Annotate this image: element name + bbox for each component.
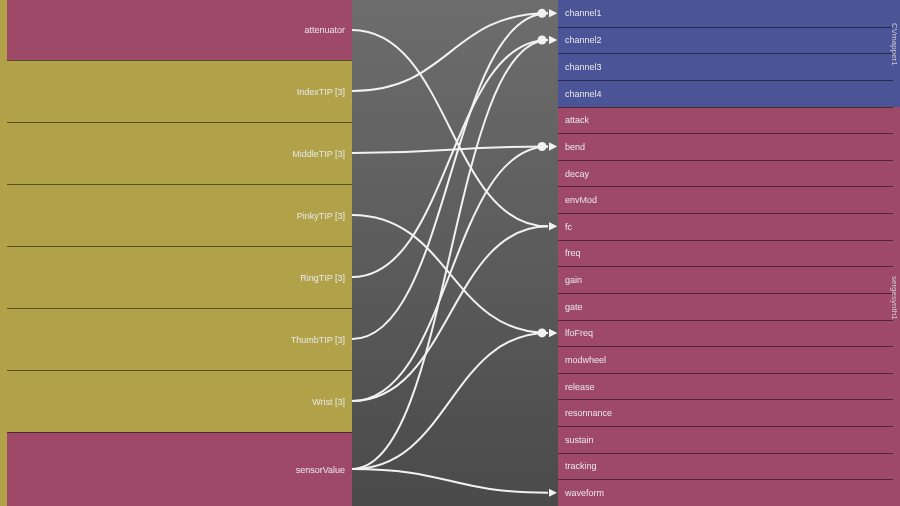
- source-row-label: sensorValue: [296, 465, 345, 475]
- connection-path[interactable]: [352, 13, 548, 339]
- target-row[interactable]: sustain: [558, 426, 893, 453]
- source-row-label: Wrist [3]: [312, 397, 345, 407]
- connection-arrowhead: [549, 142, 557, 150]
- source-row-label: IndexTIP [3]: [297, 87, 345, 97]
- target-row-label: lfoFreq: [565, 328, 593, 338]
- source-column: attenuatorIndexTIP [3]MiddleTIP [3]Pinky…: [0, 0, 352, 506]
- target-row-label: sustain: [565, 435, 594, 445]
- source-row[interactable]: IndexTIP [3]: [7, 60, 352, 122]
- source-rows: attenuatorIndexTIP [3]MiddleTIP [3]Pinky…: [7, 0, 352, 506]
- connection-arrowhead: [549, 329, 557, 337]
- target-row[interactable]: attack: [558, 107, 893, 134]
- source-row-label: MiddleTIP [3]: [292, 149, 345, 159]
- connection-arrowhead: [549, 222, 557, 230]
- target-row[interactable]: channel3: [558, 53, 893, 80]
- connection-dot: [538, 35, 547, 44]
- target-rows: channel1channel2channel3channel4attackbe…: [558, 0, 893, 506]
- connection-dot: [538, 9, 547, 18]
- target-edge-stripe: [893, 0, 900, 506]
- target-row[interactable]: bend: [558, 133, 893, 160]
- target-row[interactable]: modwheel: [558, 346, 893, 373]
- source-row[interactable]: RingTIP [3]: [7, 246, 352, 308]
- target-row-label: gain: [565, 275, 582, 285]
- source-edge-stripe: [0, 0, 7, 506]
- target-row-label: channel4: [565, 89, 602, 99]
- target-row[interactable]: channel1: [558, 0, 893, 27]
- target-row-label: gate: [565, 302, 583, 312]
- connection-arrowhead: [549, 329, 557, 337]
- target-row-label: modwheel: [565, 355, 606, 365]
- target-row[interactable]: freq: [558, 240, 893, 267]
- connection-arrowhead: [549, 222, 557, 230]
- connection-arrowhead: [549, 9, 557, 17]
- connection-path[interactable]: [352, 146, 548, 153]
- target-row[interactable]: gain: [558, 266, 893, 293]
- target-row-label: freq: [565, 248, 581, 258]
- target-row[interactable]: gate: [558, 293, 893, 320]
- source-row[interactable]: PinkyTIP [3]: [7, 184, 352, 246]
- target-row-label: decay: [565, 169, 589, 179]
- target-row-label: channel2: [565, 35, 602, 45]
- target-row[interactable]: fc: [558, 213, 893, 240]
- connection-arrowhead: [549, 142, 557, 150]
- source-row[interactable]: sensorValue: [7, 432, 352, 506]
- source-row[interactable]: ThumbTIP [3]: [7, 308, 352, 370]
- connection-path[interactable]: [352, 13, 548, 91]
- source-row-label: attenuator: [304, 25, 345, 35]
- target-row[interactable]: tracking: [558, 453, 893, 480]
- connection-arrowhead: [549, 489, 557, 497]
- target-row[interactable]: channel4: [558, 80, 893, 107]
- target-row[interactable]: decay: [558, 160, 893, 187]
- target-row[interactable]: resonnance: [558, 399, 893, 426]
- connection-path[interactable]: [352, 226, 548, 401]
- target-row[interactable]: release: [558, 373, 893, 400]
- connection-path[interactable]: [352, 146, 548, 401]
- target-row-label: release: [565, 382, 595, 392]
- connection-path[interactable]: [352, 40, 548, 469]
- target-group-stripe: [893, 0, 900, 107]
- connection-path[interactable]: [352, 215, 548, 333]
- target-row-label: attack: [565, 115, 589, 125]
- target-row-label: channel3: [565, 62, 602, 72]
- target-row[interactable]: channel2: [558, 27, 893, 54]
- source-row[interactable]: attenuator: [7, 0, 352, 60]
- connection-dot: [538, 328, 547, 337]
- connection-path[interactable]: [352, 333, 548, 469]
- target-column: channel1channel2channel3channel4attackbe…: [558, 0, 900, 506]
- connection-arrowhead: [549, 36, 557, 44]
- target-row[interactable]: waveform: [558, 479, 893, 506]
- connection-arrowhead: [549, 36, 557, 44]
- source-row-label: ThumbTIP [3]: [291, 335, 345, 345]
- connection-path[interactable]: [352, 30, 548, 226]
- connection-path[interactable]: [352, 469, 548, 493]
- target-row[interactable]: lfoFreq: [558, 320, 893, 347]
- target-row[interactable]: envMod: [558, 186, 893, 213]
- connection-dot: [538, 142, 547, 151]
- connection-path[interactable]: [352, 40, 548, 277]
- target-row-label: resonnance: [565, 408, 612, 418]
- target-row-label: channel1: [565, 8, 602, 18]
- target-row-label: waveform: [565, 488, 604, 498]
- target-row-label: envMod: [565, 195, 597, 205]
- source-row[interactable]: Wrist [3]: [7, 370, 352, 432]
- source-row[interactable]: MiddleTIP [3]: [7, 122, 352, 184]
- source-row-label: PinkyTIP [3]: [297, 211, 345, 221]
- target-row-label: fc: [565, 222, 572, 232]
- target-row-label: tracking: [565, 461, 597, 471]
- target-group-stripe: [893, 107, 900, 506]
- connection-arrowhead: [549, 9, 557, 17]
- target-row-label: bend: [565, 142, 585, 152]
- source-row-label: RingTIP [3]: [300, 273, 345, 283]
